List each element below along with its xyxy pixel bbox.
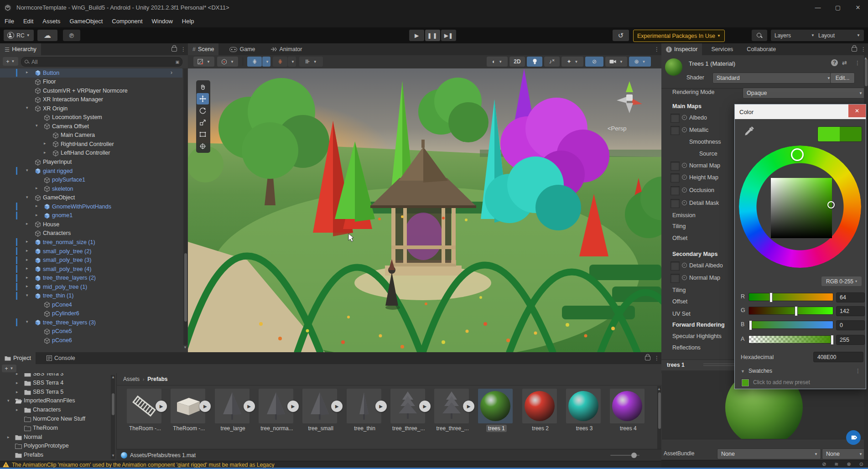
slider-track-g[interactable] [748, 307, 833, 315]
hierarchy-search-input[interactable]: All ▣ [21, 57, 182, 67]
slider-value-a[interactable]: 255 [836, 335, 865, 345]
preset-swatch[interactable] [742, 379, 749, 386]
texture-target-icon[interactable] [682, 275, 687, 280]
slider-handle-b[interactable] [749, 320, 752, 330]
menu-file[interactable]: File [0, 15, 19, 27]
scroll-up-arrow[interactable]: ▲ [657, 387, 661, 391]
texture-target-icon[interactable] [682, 200, 687, 205]
tab-animator[interactable]: Animator [266, 43, 307, 55]
slider-track-r[interactable] [748, 293, 833, 301]
hierarchy-scrollbar[interactable] [183, 68, 187, 345]
expand-arrow-icon[interactable]: ▸ [44, 141, 46, 146]
undo-history-button[interactable]: ↺ [613, 30, 629, 41]
hierarchy-item-righthand-controller[interactable]: ▸RightHand Controller [0, 140, 182, 149]
texture-slot[interactable] [670, 199, 680, 208]
transform-tool[interactable] [197, 141, 209, 152]
hierarchy-item-playerinput[interactable]: PlayerInput [0, 158, 182, 167]
scroll-down-arrow[interactable]: ▼ [111, 453, 115, 458]
expand-arrow-icon[interactable]: ▸ [36, 213, 38, 217]
hierarchy-item-lefthand-controller[interactable]: ▸LeftHand Controller [0, 149, 182, 158]
play-button[interactable]: ▶ [409, 30, 424, 41]
experimental-packages-button[interactable]: Experimental Packages In Use▼ [633, 30, 725, 42]
folder-sbs-terra-5[interactable]: ▸SBS Terra 5 [0, 388, 109, 397]
scene-effects-dropdown[interactable]: ✦▼ [561, 57, 583, 67]
scene-visibility-button[interactable]: ⊘ [585, 57, 603, 67]
expand-arrow-icon[interactable]: ▸ [44, 150, 46, 155]
expand-arrow-icon[interactable]: ▸ [26, 275, 28, 280]
asset-thumbnail[interactable]: ▶ [215, 389, 249, 423]
rotate-tool[interactable] [197, 105, 209, 116]
folder-polygonprototype[interactable]: PolygonPrototype [0, 442, 109, 451]
tab-hierarchy[interactable]: ☰ Hierarchy [0, 43, 41, 55]
lock-icon[interactable] [172, 47, 177, 52]
assets-scrollbar[interactable] [657, 386, 661, 449]
asset-tree-small-4[interactable]: ▶tree_small [302, 389, 339, 432]
collapse-arrow-icon[interactable]: ▾ [26, 105, 28, 110]
component-tools-dropdown[interactable]: ⊕▼ [629, 57, 651, 67]
asset-trees-2-9[interactable]: trees 2 [522, 389, 559, 432]
asset-thumbnail[interactable]: ▶ [434, 389, 469, 423]
help-icon[interactable]: ? [831, 59, 838, 66]
hierarchy-item-button[interactable]: ▸Button› [0, 68, 182, 78]
grid-snap-button[interactable]: ⋕ [273, 57, 287, 67]
texture-slot[interactable] [670, 173, 680, 182]
slider-value-b[interactable]: 0 [836, 320, 865, 330]
folder-normcore-new-stuff[interactable]: NormCore New Stuff [0, 415, 109, 424]
hierarchy-menu-icon[interactable]: ⋮ [181, 46, 186, 52]
asset-tree-three-7[interactable]: ▶tree_three_... [434, 389, 471, 432]
view-hand-tool[interactable] [197, 81, 209, 93]
scene-3d-viewport[interactable]: <Persp [188, 68, 661, 352]
texture-slot[interactable] [670, 126, 680, 135]
pause-button[interactable]: ❚❚ [425, 30, 440, 41]
hierarchy-item-tree-three-layers-3[interactable]: ▾tree_three_layers (3) [0, 318, 182, 327]
hex-input[interactable]: 408E00 [813, 352, 863, 362]
hierarchy-item-pcone5[interactable]: pCone5 [0, 327, 182, 336]
status-warning-bar[interactable]: ! The AnimationClip 'mixamo com' used by… [0, 461, 661, 468]
tab-inspector[interactable]: i Inspector [661, 43, 702, 55]
hierarchy-item-locomotion-system[interactable]: Locomotion System [0, 113, 182, 122]
folder-normal[interactable]: ▸Normal [0, 433, 109, 442]
hierarchy-item-polysurface1[interactable]: polySurface1 [0, 176, 182, 185]
collapse-arrow-icon[interactable]: ▾ [26, 195, 28, 199]
prefab-open-arrow[interactable]: › [171, 69, 172, 76]
layers-dropdown[interactable]: Layers▼ [771, 30, 818, 41]
menu-window[interactable]: Window [147, 15, 177, 27]
shading-mode-dropdown[interactable]: ◐▼ [487, 57, 508, 67]
expand-arrow-icon[interactable]: ▸ [16, 407, 18, 412]
hierarchy-item-pcone4[interactable]: pCone4 [0, 300, 182, 309]
expand-arrow-icon[interactable]: ▸ [26, 221, 28, 226]
collapse-arrow-icon[interactable]: ▾ [26, 168, 28, 172]
expand-arrow-icon[interactable]: ▸ [26, 70, 28, 74]
version-control-button[interactable]: ℗ [63, 30, 80, 41]
hierarchy-item-characters[interactable]: Characters [0, 229, 182, 238]
prefab-play-overlay[interactable]: ▶ [419, 401, 431, 412]
hierarchy-item-gnomewithpivothands[interactable]: ▸GnomeWithPivotHands [0, 202, 182, 211]
color-picker-titlebar[interactable]: Color ✕ [735, 104, 866, 119]
texture-slot[interactable] [670, 261, 680, 271]
collapse-arrow-icon[interactable]: ▾ [7, 398, 10, 403]
scene-lighting-button[interactable] [527, 57, 542, 67]
visibility-off-icon[interactable]: ⊗ [847, 461, 851, 467]
prefab-play-overlay[interactable]: ▶ [375, 401, 387, 412]
slider-handle-g[interactable] [795, 306, 798, 316]
expand-arrow-icon[interactable]: ▸ [7, 435, 10, 439]
expand-arrow-icon[interactable]: ▸ [26, 248, 28, 253]
prefab-play-overlay[interactable]: ▶ [463, 401, 474, 412]
texture-slot[interactable] [670, 162, 680, 171]
collapse-arrow-icon[interactable]: ▾ [36, 123, 38, 128]
asset-thumbnail[interactable] [566, 389, 601, 423]
scene-audio-button[interactable]: ♪✕ [544, 57, 560, 67]
asset-trees-3-10[interactable]: trees 3 [566, 389, 603, 432]
menu-assets[interactable]: Assets [38, 15, 65, 27]
hierarchy-item-small-poly-tree-2[interactable]: ▸small_poly_tree (2) [0, 247, 182, 256]
hierarchy-item-house[interactable]: ▸House [0, 220, 182, 229]
texture-target-icon[interactable] [682, 175, 687, 180]
inspector-menu-icon[interactable]: ⋮ [861, 46, 866, 52]
window-maximize-button[interactable]: ▢ [828, 0, 848, 15]
asset-thumbnail[interactable]: ▶ [259, 389, 293, 423]
assetbundle-variant-dropdown[interactable]: None▼ [822, 448, 866, 459]
hierarchy-item-tree-three-layers-2[interactable]: ▸tree_three_layers (2) [0, 274, 182, 283]
hierarchy-item-floor[interactable]: Floor [0, 78, 182, 87]
menu-edit[interactable]: Edit [19, 15, 38, 27]
thumbnail-size-slider[interactable] [610, 455, 639, 456]
